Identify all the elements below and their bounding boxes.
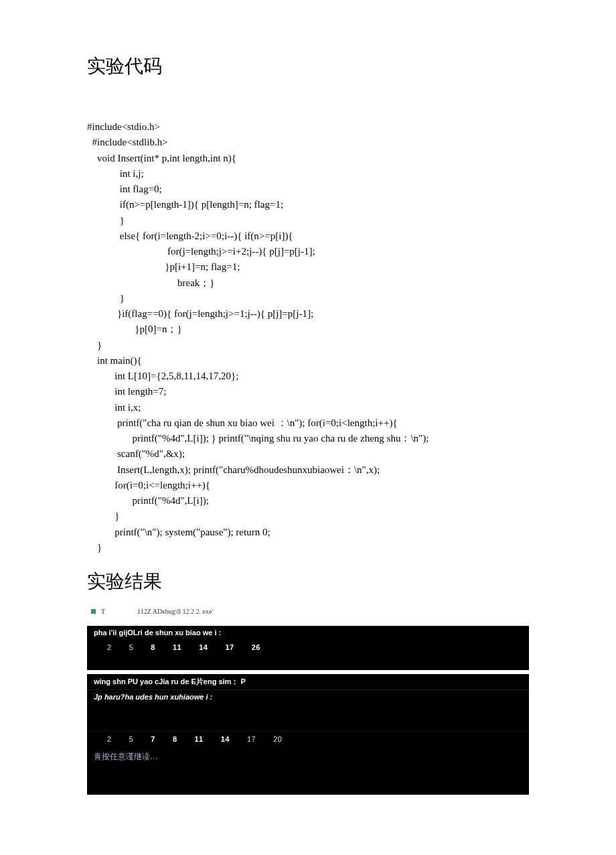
press-any-key: 青按任意谨继读…	[87, 748, 529, 768]
num: 26	[252, 643, 260, 651]
num: 2	[107, 643, 112, 651]
num: 7	[151, 735, 155, 743]
console-window: T 112Z ADebug\ll 12 2 2. exe' pha i'ii g…	[87, 606, 529, 795]
num: 11	[195, 735, 204, 743]
heading-result: 实验结果	[87, 569, 529, 594]
blank-line	[87, 717, 529, 730]
source-code: #include<stdio.h> #include<stdlib.h> voi…	[87, 119, 529, 555]
console-line-1: pha i'ii gijOLri de shun xu biao we i :	[87, 626, 529, 639]
num: 17	[225, 643, 234, 651]
num: 8	[151, 643, 155, 651]
console-line-3: Jp haru?ha udes hun xuhiaowe i :	[87, 689, 529, 704]
num: 11	[173, 643, 181, 651]
title-path: 112Z ADebug\ll 12 2 2. exe'	[137, 608, 213, 615]
console-body: pha i'ii gijOLri de shun xu biao we i : …	[87, 626, 529, 795]
num: 20	[273, 735, 282, 743]
num: 17	[247, 735, 256, 743]
console-line-2: wing shn PU yao cJia ru de E片eng sim： P	[87, 674, 529, 689]
num: 8	[173, 735, 177, 743]
num: 14	[221, 735, 230, 743]
num: 5	[129, 735, 134, 743]
blank-line	[87, 704, 529, 717]
console-row-2: 2 5 7 8 11 14 17 20	[87, 730, 529, 748]
console-titlebar: T 112Z ADebug\ll 12 2 2. exe'	[87, 606, 529, 616]
blank-line	[87, 781, 529, 795]
blank-line	[87, 768, 529, 781]
num: 2	[107, 735, 112, 743]
blank-line	[87, 657, 529, 670]
num: 5	[129, 643, 134, 651]
num: 14	[199, 643, 208, 651]
title-letter: T	[101, 608, 105, 615]
heading-code: 实验代码	[87, 54, 529, 79]
app-icon	[91, 609, 96, 614]
console-row-1: 2 5 8 11 14 17 26	[87, 639, 529, 657]
